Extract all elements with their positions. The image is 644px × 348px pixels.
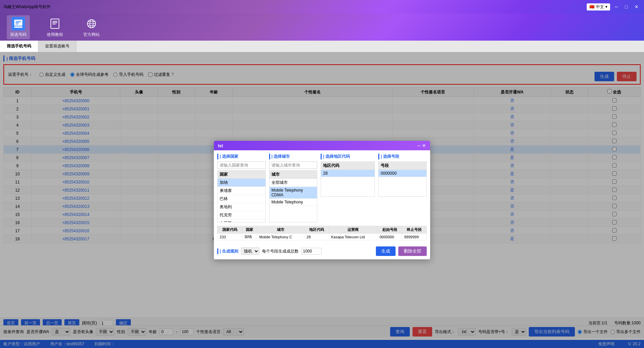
city-search-input[interactable] [269, 161, 318, 169]
country-search-input[interactable] [217, 161, 266, 169]
dcol-operator: 运营商 [329, 226, 377, 234]
count-input[interactable] [301, 248, 322, 255]
gen-rule-select[interactable]: 随机顺序 [241, 247, 259, 255]
country-list-item[interactable]: 巴林 [218, 195, 265, 203]
toolbar-filter-button[interactable]: 筛选号码 [7, 15, 30, 39]
lang-label: 中文 [596, 4, 604, 10]
tutorial-btn-label: 使用教程 [47, 32, 63, 38]
country-list[interactable]: 加纳柬埔寨巴林奥地利托克劳土耳其 [217, 178, 266, 222]
dialog-footer: | 生成规则 随机顺序 每个号段生成成总数 生成 删除全部 [214, 244, 430, 259]
dcol-code: 国家代码 [218, 226, 242, 234]
svg-rect-1 [14, 26, 22, 28]
dcol-region: 地区代码 [304, 226, 329, 234]
dialog-top-section: | 选择国家 国家 加纳柬埔寨巴林奥地利托克劳土耳其 | 选择城市 城市 全部城… [217, 154, 427, 222]
dcol-city: 城市 [257, 226, 304, 234]
footer-left: | 生成规则 随机顺序 每个号段生成成总数 [217, 247, 322, 255]
country-column: | 选择国家 国家 加纳柬埔寨巴林奥地利托克劳土耳其 [217, 154, 266, 222]
dcell-code: 233 [218, 234, 242, 240]
dcell-city: Mobile Telephony C [257, 234, 304, 240]
website-btn-label: 官方网站 [83, 32, 100, 38]
flag-icon: 🇨🇳 [589, 4, 595, 9]
dcell-operator: Kasapa Telecom Ltd [329, 234, 377, 240]
dialog-table-body: 233 加纳 Mobile Telephony C 28 Kasapa Tele… [218, 234, 427, 240]
tab-settings[interactable]: 设置筛选账号 [38, 41, 77, 52]
dcol-end: 终止号段 [402, 226, 427, 234]
close-button[interactable]: ✕ [632, 3, 641, 10]
segment-list[interactable]: 0000000 [378, 170, 427, 197]
segment-list-item[interactable]: 0000000 [379, 170, 426, 177]
city-list-item[interactable]: Mobile Telephony CDMA [269, 187, 317, 199]
maximize-button[interactable]: □ [623, 3, 630, 10]
dialog-table-row: 233 加纳 Mobile Telephony C 28 Kasapa Tele… [218, 234, 427, 240]
dialog-overlay: Ist ─ ✕ | 选择国家 国家 加纳柬埔寨巴林奥地利托克劳土耳其 [0, 52, 644, 348]
main-content: | 筛选手机号码 设置手机号： 自定义生成 全球号码生成参考 导入手机号码 过滤… [0, 52, 644, 348]
dcell-end: 9999999 [402, 234, 427, 240]
app-title: 鸟瞰王WhatsApp筛号软件 [3, 4, 51, 10]
segment-list-header: 号段 [378, 161, 427, 170]
city-list-header: 城市 [269, 170, 318, 178]
svg-rect-2 [16, 21, 21, 22]
segment-col-title: | 选择号段 [378, 154, 427, 159]
rule-label: | 生成规则 [217, 248, 238, 254]
dialog-close-button[interactable]: ✕ [422, 143, 426, 148]
segment-column: | 选择号段 号段 0000000 [378, 154, 427, 222]
dialog-generate-button[interactable]: 生成 [376, 246, 396, 256]
region-column: | 选择地区代码 地区代码 28 [321, 154, 375, 222]
region-list-item[interactable]: 28 [321, 170, 375, 177]
country-list-item[interactable]: 加纳 [218, 179, 265, 187]
dialog-data-table: 国家代码 国家 城市 地区代码 运营商 起始号段 终止号段 233 加纳 Mob… [217, 226, 427, 240]
dialog-title: Ist [218, 143, 223, 148]
region-col-title: | 选择地区代码 [321, 154, 375, 159]
dialog-body: | 选择国家 国家 加纳柬埔寨巴林奥地利托克劳土耳其 | 选择城市 城市 全部城… [214, 150, 430, 244]
toolbar: 筛选号码 使用教程 官方网站 [0, 14, 644, 41]
filter-icon [12, 17, 25, 30]
country-col-title: | 选择国家 [217, 154, 266, 159]
footer-right: 生成 删除全部 [376, 246, 427, 256]
svg-rect-4 [16, 24, 18, 24]
city-list-item[interactable]: 全部城市 [269, 179, 317, 187]
city-column: | 选择城市 城市 全部城市Mobile Telephony CDMAMobil… [269, 154, 318, 222]
website-icon [85, 17, 98, 30]
count-label: 每个号段生成成总数 [262, 248, 299, 254]
country-list-item[interactable]: 奥地利 [218, 203, 265, 211]
minimize-button[interactable]: ─ [613, 3, 620, 10]
toolbar-website-button[interactable]: 官方网站 [80, 15, 103, 39]
dcell-country: 加纳 [242, 234, 257, 240]
dialog-controls: ─ ✕ [417, 143, 426, 148]
country-list-item[interactable]: 托克劳 [218, 211, 265, 219]
country-list-item[interactable]: 土耳其 [218, 219, 265, 222]
dialog-minimize-button[interactable]: ─ [417, 143, 421, 148]
tutorial-icon [48, 17, 62, 30]
country-list-header: 国家 [217, 170, 266, 178]
dialog: Ist ─ ✕ | 选择国家 国家 加纳柬埔寨巴林奥地利托克劳土耳其 [214, 140, 430, 260]
titlebar: 鸟瞰王WhatsApp筛号软件 🇨🇳 中文 ▾ ─ □ ✕ [0, 0, 644, 14]
dialog-delete-button[interactable]: 删除全部 [398, 246, 427, 256]
country-list-item[interactable]: 柬埔寨 [218, 187, 265, 195]
city-list-item[interactable]: Mobile Telephony [269, 199, 317, 206]
svg-rect-3 [16, 22, 20, 23]
language-button[interactable]: 🇨🇳 中文 ▾ [587, 3, 610, 10]
dcell-region: 28 [304, 234, 329, 240]
dialog-header: Ist ─ ✕ [214, 141, 430, 150]
region-list-header: 地区代码 [321, 161, 375, 170]
city-list[interactable]: 全部城市Mobile Telephony CDMAMobile Telephon… [269, 178, 318, 222]
chevron-down-icon: ▾ [605, 4, 607, 9]
dcell-start: 0000000 [377, 234, 402, 240]
window-controls: 🇨🇳 中文 ▾ ─ □ ✕ [587, 3, 641, 10]
tab-filter-phone[interactable]: 筛选手机号码 [0, 41, 38, 52]
city-col-title: | 选择城市 [269, 154, 318, 159]
filter-btn-label: 筛选号码 [10, 32, 26, 38]
region-list[interactable]: 28 [321, 170, 375, 197]
dcol-country: 国家 [242, 226, 257, 234]
tabs: 筛选手机号码 设置筛选账号 [0, 41, 644, 52]
toolbar-tutorial-button[interactable]: 使用教程 [43, 15, 66, 39]
dcol-start: 起始号段 [377, 226, 402, 234]
